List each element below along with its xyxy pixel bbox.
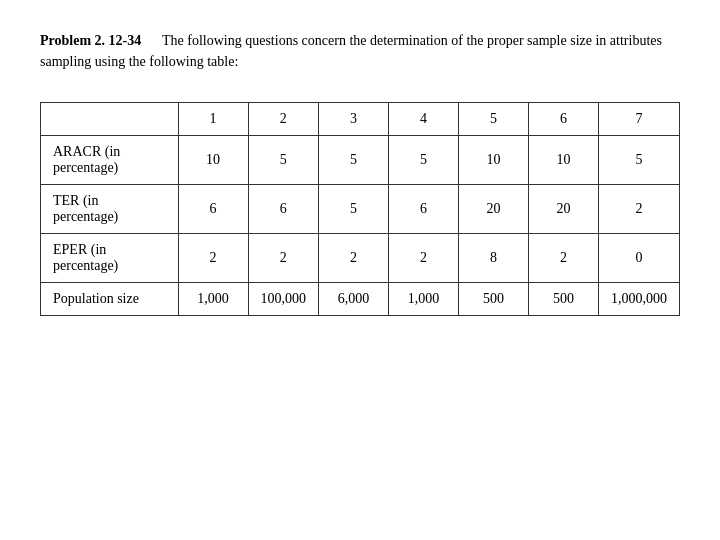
cell-r1-c5: 20 [529, 185, 599, 234]
cell-r1-c3: 6 [389, 185, 459, 234]
problem-number: Problem 2. 12-34 [40, 33, 141, 48]
header-cell-1: 1 [178, 103, 248, 136]
cell-r2-c2: 2 [319, 234, 389, 283]
cell-r2-c3: 2 [389, 234, 459, 283]
cell-r3-c1: 100,000 [248, 283, 319, 316]
cell-r3-c6: 1,000,000 [599, 283, 680, 316]
header-cell-7: 7 [599, 103, 680, 136]
problem-description: Problem 2. 12-34 The following questions… [40, 30, 680, 72]
cell-r0-c3: 5 [389, 136, 459, 185]
cell-r0-c5: 10 [529, 136, 599, 185]
cell-r1-c2: 5 [319, 185, 389, 234]
header-cell-label [41, 103, 179, 136]
table-row: Population size1,000100,0006,0001,000500… [41, 283, 680, 316]
table-row: EPER (in percentage)2222820 [41, 234, 680, 283]
header-cell-4: 4 [389, 103, 459, 136]
cell-r1-c0: 6 [178, 185, 248, 234]
cell-r3-c2: 6,000 [319, 283, 389, 316]
cell-r1-c1: 6 [248, 185, 319, 234]
cell-r3-c3: 1,000 [389, 283, 459, 316]
row-label-2: EPER (in percentage) [41, 234, 179, 283]
cell-r3-c0: 1,000 [178, 283, 248, 316]
cell-r2-c6: 0 [599, 234, 680, 283]
cell-r0-c0: 10 [178, 136, 248, 185]
data-table: 1 2 3 4 5 6 7 ARACR (in percentage)10555… [40, 102, 680, 316]
row-label-0: ARACR (in percentage) [41, 136, 179, 185]
cell-r2-c4: 8 [459, 234, 529, 283]
cell-r3-c4: 500 [459, 283, 529, 316]
cell-r0-c2: 5 [319, 136, 389, 185]
header-cell-6: 6 [529, 103, 599, 136]
cell-r1-c4: 20 [459, 185, 529, 234]
cell-r0-c1: 5 [248, 136, 319, 185]
row-label-1: TER (in percentage) [41, 185, 179, 234]
header-cell-3: 3 [319, 103, 389, 136]
table-header-row: 1 2 3 4 5 6 7 [41, 103, 680, 136]
table-row: TER (in percentage)665620202 [41, 185, 680, 234]
row-label-3: Population size [41, 283, 179, 316]
header-cell-5: 5 [459, 103, 529, 136]
cell-r2-c0: 2 [178, 234, 248, 283]
cell-r2-c5: 2 [529, 234, 599, 283]
table-row: ARACR (in percentage)1055510105 [41, 136, 680, 185]
cell-r0-c4: 10 [459, 136, 529, 185]
cell-r2-c1: 2 [248, 234, 319, 283]
cell-r3-c5: 500 [529, 283, 599, 316]
cell-r0-c6: 5 [599, 136, 680, 185]
cell-r1-c6: 2 [599, 185, 680, 234]
header-cell-2: 2 [248, 103, 319, 136]
